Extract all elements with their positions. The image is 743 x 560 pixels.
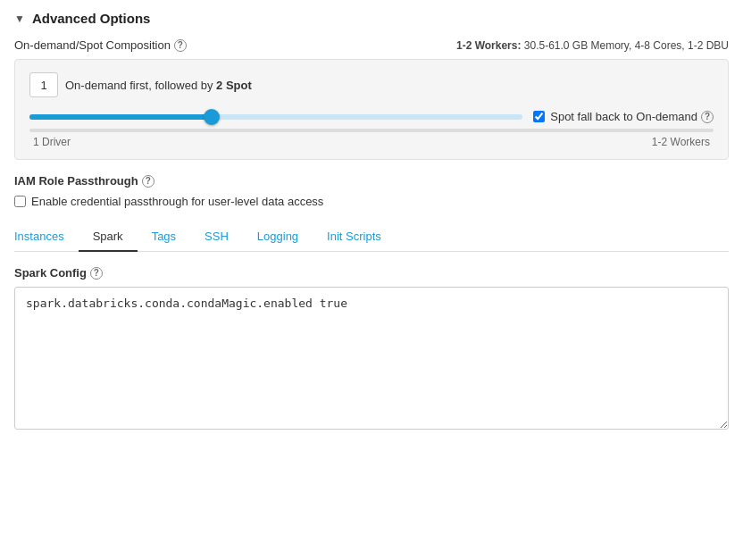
slider-track-container: Spot fall back to On-demand ?: [29, 110, 714, 123]
section-title: Advanced Options: [32, 11, 151, 26]
worker-info: 1-2 Workers: 30.5-61.0 GB Memory, 4-8 Co…: [456, 39, 729, 52]
tab-instances[interactable]: Instances: [14, 222, 79, 252]
tab-ssh[interactable]: SSH: [190, 222, 243, 252]
iam-label: IAM Role Passthrough ?: [14, 174, 729, 188]
spark-config-help-icon[interactable]: ?: [90, 267, 103, 280]
slider-text: On-demand first, followed by 2 Spot: [65, 79, 252, 92]
spark-config-label: Spark Config ?: [14, 266, 729, 280]
spot-fallback-label: Spot fall back to On-demand ?: [550, 110, 714, 123]
advanced-options-header[interactable]: ▼ Advanced Options: [14, 11, 729, 26]
iam-checkbox[interactable]: [14, 196, 26, 207]
composition-row: On-demand/Spot Composition ? 1-2 Workers…: [14, 38, 729, 52]
slider-label-driver: 1 Driver: [33, 136, 71, 148]
slider-box: 1 On-demand first, followed by 2 Spot Sp…: [14, 59, 729, 160]
slider-thumb[interactable]: [204, 109, 220, 125]
slider-track-bottom-bar: [29, 129, 714, 132]
spot-fallback-help-icon[interactable]: ?: [701, 111, 714, 123]
iam-checkbox-row: Enable credential passthrough for user-l…: [14, 195, 729, 208]
spot-fallback-container: Spot fall back to On-demand ?: [533, 110, 714, 123]
tab-init-scripts[interactable]: Init Scripts: [313, 222, 396, 252]
iam-section: IAM Role Passthrough ? Enable credential…: [14, 174, 729, 208]
tabs-list: Instances Spark Tags SSH Logging Init Sc…: [14, 222, 729, 251]
tab-spark[interactable]: Spark: [79, 222, 138, 252]
slider-labels: 1 Driver 1-2 Workers: [29, 136, 714, 148]
slider-value-display: 1: [29, 72, 58, 97]
composition-label: On-demand/Spot Composition ?: [14, 38, 187, 52]
tab-logging[interactable]: Logging: [243, 222, 313, 252]
tabs-container: Instances Spark Tags SSH Logging Init Sc…: [14, 222, 729, 252]
slider-description: 1 On-demand first, followed by 2 Spot: [29, 72, 714, 97]
spark-config-textarea[interactable]: [14, 287, 729, 430]
slider-label-workers: 1-2 Workers: [652, 136, 710, 148]
slider-track[interactable]: [29, 114, 522, 120]
spot-fallback-checkbox[interactable]: [533, 111, 545, 122]
iam-checkbox-label: Enable credential passthrough for user-l…: [31, 195, 323, 208]
tab-tags[interactable]: Tags: [138, 222, 190, 252]
composition-help-icon[interactable]: ?: [174, 39, 187, 52]
iam-help-icon[interactable]: ?: [142, 175, 154, 188]
chevron-down-icon: ▼: [14, 13, 25, 25]
spark-config-section: Spark Config ?: [14, 266, 729, 432]
slider-track-fill: [29, 114, 212, 120]
